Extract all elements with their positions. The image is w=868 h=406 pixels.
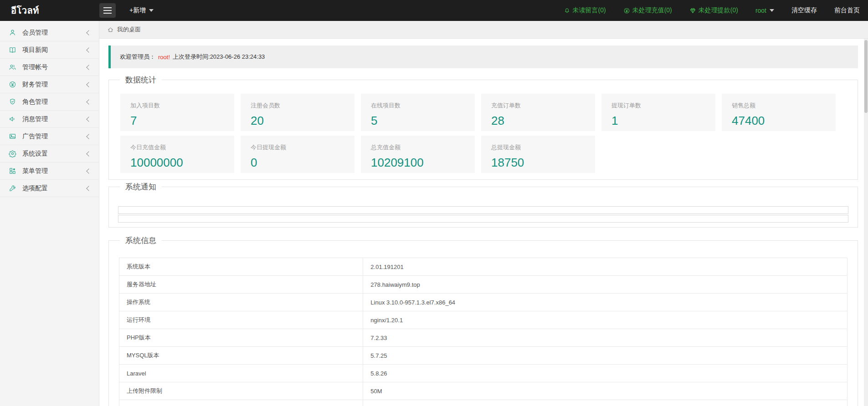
- sidebar-item-admin-accounts[interactable]: 管理帐号: [0, 59, 99, 76]
- yen-circle-icon: [9, 81, 16, 88]
- hamburger-icon: [103, 7, 112, 8]
- table-row: 操作系统 Linux 3.10.0-957.1.3.el7.x86_64: [119, 294, 847, 311]
- chevron-left-icon: [86, 134, 91, 139]
- stat-card: 在线项目数 5: [361, 94, 475, 131]
- gem-icon: [689, 7, 696, 14]
- logo-wrap: อีโวลท์: [0, 3, 99, 18]
- main-content: 欢迎管理员： root! 上次登录时间:2023-06-26 23:24:33 …: [99, 39, 868, 406]
- notice-item-empty: [118, 215, 848, 223]
- topbar: อีโวลท์ +新增 未读留言(0) 未处理充值(0): [0, 0, 868, 21]
- user-icon: [9, 29, 16, 36]
- table-row-partial: [119, 400, 847, 406]
- stats-row-2: 今日充值金额 10000000 今日提现金额 0 总充值金额 10209100 …: [109, 131, 858, 173]
- chevron-left-icon: [86, 82, 91, 87]
- chevron-left-icon: [86, 65, 91, 70]
- breadcrumb[interactable]: 我的桌面: [99, 21, 868, 39]
- user-menu[interactable]: root: [755, 7, 774, 14]
- sysinfo-panel: 系统信息 系统版本 2.01.191201 服务器地址 278.haiwaiym…: [108, 240, 858, 406]
- sidebar-item-members[interactable]: 会员管理: [0, 24, 99, 41]
- sidebar-toggle-button[interactable]: [99, 3, 116, 18]
- scrollbar-thumb[interactable]: [864, 40, 868, 113]
- welcome-last-login: 上次登录时间:2023-06-26 23:24:33: [173, 53, 265, 61]
- stat-card: 总充值金额 10209100: [361, 136, 475, 173]
- add-new-dropdown[interactable]: +新增: [129, 6, 154, 15]
- notice-panel-title: 系统通知: [120, 182, 162, 192]
- notice-list: [109, 187, 858, 223]
- yen-circle-icon: [623, 7, 630, 14]
- sidebar-item-roles[interactable]: 角色管理: [0, 93, 99, 111]
- notice-panel: 系统通知: [108, 187, 858, 228]
- chevron-left-icon: [86, 117, 91, 122]
- sidebar-item-options-config[interactable]: 选项配置: [0, 180, 99, 197]
- stat-card: 销售总额 47400: [722, 94, 836, 131]
- stats-row-1: 加入项目数 7 注册会员数 20 在线项目数 5 充值订单数 28 提现订单数 …: [109, 80, 858, 131]
- sysinfo-panel-title: 系统信息: [120, 235, 162, 246]
- gear-icon: [9, 150, 16, 157]
- sidebar-item-messages[interactable]: 消息管理: [0, 111, 99, 128]
- chevron-down-icon: [149, 9, 154, 12]
- front-home-link[interactable]: 前台首页: [834, 6, 860, 15]
- topbar-right: 未读留言(0) 未处理充值(0) 未处理提款(0) root 清空缓存 前台首页: [564, 6, 868, 15]
- users-icon: [9, 63, 16, 71]
- stat-card: 总提现金额 18750: [481, 136, 595, 173]
- scrollbar-track[interactable]: [864, 39, 868, 406]
- grid-icon: [9, 167, 16, 175]
- chevron-left-icon: [86, 186, 91, 191]
- table-row: MYSQL版本 5.7.25: [119, 347, 847, 365]
- stats-panel: 数据统计 加入项目数 7 注册会员数 20 在线项目数 5 充值订单数 28 提…: [108, 80, 858, 180]
- table-row: 上传附件限制 50M: [119, 382, 847, 400]
- chevron-left-icon: [86, 151, 91, 156]
- stat-card: 提现订单数 1: [601, 94, 715, 131]
- chevron-left-icon: [86, 168, 91, 173]
- welcome-banner: 欢迎管理员： root! 上次登录时间:2023-06-26 23:24:33: [108, 46, 858, 68]
- table-row: Laravel 5.8.26: [119, 365, 847, 382]
- sidebar-item-menu-management[interactable]: 菜单管理: [0, 162, 99, 180]
- table-row: PHP版本 7.2.33: [119, 329, 847, 347]
- chevron-down-icon: [770, 9, 774, 12]
- chevron-left-icon: [86, 47, 91, 52]
- breadcrumb-label: 我的桌面: [117, 25, 141, 34]
- sidebar-item-finance[interactable]: 财务管理: [0, 76, 99, 93]
- chevron-left-icon: [86, 99, 91, 104]
- pending-recharge-link[interactable]: 未处理充值(0): [623, 6, 672, 15]
- welcome-username: root!: [158, 54, 170, 61]
- stat-card: 今日提现金额 0: [241, 136, 354, 173]
- sidebar-item-ads[interactable]: 广告管理: [0, 128, 99, 145]
- sysinfo-table: 系统版本 2.01.191201 服务器地址 278.haiwaiym9.top…: [119, 258, 847, 406]
- table-row: 系统版本 2.01.191201: [119, 258, 847, 276]
- stat-card: 加入项目数 7: [120, 94, 234, 131]
- unread-messages-link[interactable]: 未读留言(0): [564, 6, 606, 15]
- username: root: [755, 7, 766, 14]
- welcome-prefix: 欢迎管理员：: [120, 53, 155, 61]
- home-icon: [107, 26, 114, 33]
- table-row: 服务器地址 278.haiwaiym9.top: [119, 276, 847, 294]
- sidebar-item-system-settings[interactable]: 系统设置: [0, 145, 99, 162]
- app-logo: อีโวลท์: [11, 5, 39, 15]
- add-new-label: +新增: [129, 6, 146, 15]
- shield-check-icon: [9, 98, 16, 106]
- speaker-icon: [9, 115, 16, 123]
- chevron-left-icon: [86, 30, 91, 35]
- bell-icon: [564, 7, 570, 14]
- image-icon: [9, 132, 16, 140]
- table-row: 运行环境 nginx/1.20.1: [119, 311, 847, 329]
- clear-cache-button[interactable]: 清空缓存: [791, 6, 817, 15]
- notice-item-empty: [118, 206, 848, 214]
- stat-card: 注册会员数 20: [241, 94, 354, 131]
- book-icon: [9, 46, 16, 54]
- pending-withdrawal-link[interactable]: 未处理提款(0): [689, 6, 738, 15]
- stat-card: 充值订单数 28: [481, 94, 595, 131]
- stat-card: 今日充值金额 10000000: [120, 136, 234, 173]
- stats-panel-title: 数据统计: [120, 75, 162, 85]
- tools-icon: [9, 184, 16, 192]
- sidebar: 会员管理 项目新闻 管理帐号 财务管理 角色管理: [0, 21, 99, 406]
- sidebar-item-project-news[interactable]: 项目新闻: [0, 41, 99, 59]
